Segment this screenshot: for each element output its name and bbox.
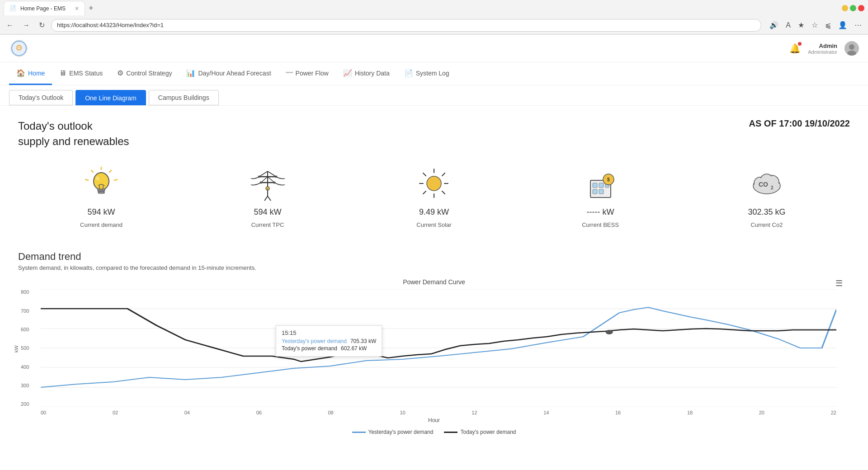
add-to-reading-button[interactable]: ★ — [795, 19, 807, 31]
nav-day-ahead-forecast[interactable]: 📊 Day/Hour Ahead Forecast — [179, 62, 278, 85]
x-label-20: 20 — [759, 410, 764, 415]
tooltip-yesterday-value: 705.33 kW — [350, 338, 376, 344]
sun-icon — [416, 167, 452, 203]
nav-history-label: History Data — [355, 70, 390, 77]
chart-menu-button[interactable]: ☰ — [835, 278, 843, 288]
legend-today-label: Today's power demand — [460, 429, 516, 435]
legend-yesterday-label: Yesterday's power demand — [368, 429, 434, 435]
x-label-04: 04 — [184, 410, 190, 415]
nav-history-data[interactable]: 📈 History Data — [336, 62, 397, 85]
nav-power-flow[interactable]: 〰 Power Flow — [278, 63, 336, 85]
x-axis: 00 02 04 06 08 10 12 14 16 18 20 22 — [41, 410, 836, 415]
nav-system-log[interactable]: 📄 System Log — [397, 62, 457, 85]
logo-icon: ⚙ — [10, 39, 28, 57]
x-label-02: 02 — [113, 410, 118, 415]
log-icon: 📄 — [404, 69, 413, 77]
forward-button[interactable]: → — [20, 19, 33, 31]
admin-avatar[interactable] — [844, 41, 859, 56]
tab-favicon: 📄 — [9, 5, 17, 12]
collections-button[interactable]: ⫹ — [822, 19, 834, 31]
tab-todays-outlook[interactable]: Today's Outlook — [9, 90, 73, 105]
x-label-00: 00 — [41, 410, 46, 415]
outlook-header: Today's outlook supply and renewables AS… — [18, 118, 850, 149]
outlook-title-line2: supply and renewables — [18, 134, 129, 149]
demand-label: Current demand — [80, 221, 123, 228]
svg-point-27 — [273, 182, 275, 184]
tab-campus-buildings[interactable]: Campus Buildings — [149, 90, 219, 105]
tooltip-time: 15:15 — [282, 329, 376, 336]
yesterday-line — [41, 307, 836, 387]
y-label-200: 200 — [21, 401, 29, 407]
energy-cards: 594 kW Current demand — [18, 162, 850, 233]
profile-button[interactable]: 👤 — [835, 19, 850, 31]
x-axis-title: Hour — [18, 417, 850, 423]
svg-point-4 — [849, 44, 854, 50]
chart-tooltip: 15:15 Yesterday's power demand 705.33 kW… — [276, 325, 382, 357]
admin-name: Admin — [819, 42, 837, 49]
back-button[interactable]: ← — [4, 19, 16, 31]
tooltip-today-label: Today's power demand — [282, 345, 337, 352]
more-menu-button[interactable]: ⋯ — [852, 19, 864, 31]
address-bar[interactable] — [51, 19, 761, 32]
tab-close-button[interactable]: ✕ — [75, 5, 79, 12]
svg-line-10 — [85, 179, 88, 180]
notification-bell[interactable]: 🔔 — [789, 43, 801, 54]
chart-legend: Yesterday's power demand Today's power d… — [18, 429, 850, 435]
read-aloud-button[interactable]: 🔊 — [767, 19, 781, 31]
tooltip-marker — [606, 330, 613, 334]
nav-system-log-label: System Log — [416, 70, 449, 77]
y-label-500: 500 — [21, 345, 29, 351]
tab-one-line-diagram[interactable]: One Line Diagram — [75, 90, 146, 105]
tab-title: Home Page - EMS — [20, 5, 66, 12]
bess-label: Current BESS — [582, 221, 619, 228]
chart-wrapper: 800 700 600 500 400 300 200 kW — [41, 289, 836, 408]
svg-line-8 — [114, 179, 117, 180]
svg-line-9 — [91, 170, 93, 172]
svg-rect-15 — [98, 191, 104, 193]
favorites-button[interactable]: ☆ — [809, 19, 821, 31]
nav-control-strategy[interactable]: ⚙ Control Strategy — [110, 62, 179, 85]
x-label-18: 18 — [687, 410, 693, 415]
y-label-800: 800 — [21, 289, 29, 295]
x-label-22: 22 — [831, 410, 836, 415]
svg-rect-14 — [98, 189, 105, 191]
tooltip-yesterday-label: Yesterday's power demand — [282, 338, 347, 344]
x-label-12: 12 — [472, 410, 477, 415]
svg-point-25 — [275, 176, 277, 178]
x-label-08: 08 — [328, 410, 334, 415]
home-icon: 🏠 — [16, 69, 25, 77]
refresh-button[interactable]: ↻ — [36, 19, 47, 31]
nav-ems-status-label: EMS Status — [69, 70, 103, 77]
minimize-button[interactable] — [842, 5, 848, 11]
y-label-300: 300 — [21, 383, 29, 388]
x-label-16: 16 — [615, 410, 621, 415]
svg-line-28 — [264, 196, 268, 201]
legend-yesterday: Yesterday's power demand — [352, 429, 434, 435]
power-lines-icon: $ — [250, 167, 286, 203]
svg-text:$: $ — [607, 177, 610, 182]
nav-power-flow-label: Power Flow — [296, 70, 329, 77]
co2-label: Current Co2 — [751, 221, 783, 228]
translate-button[interactable]: A — [783, 19, 793, 31]
browser-toolbar: ← → ↻ 🔊 A ★ ☆ ⫹ 👤 ⋯ — [0, 16, 868, 34]
admin-info: Admin Administrator — [808, 42, 837, 55]
header-right: 🔔 Admin Administrator — [789, 41, 859, 56]
notification-dot — [798, 42, 802, 46]
svg-line-20 — [259, 171, 268, 177]
app-nav: 🏠 Home 🖥 EMS Status ⚙ Control Strategy 📊… — [0, 62, 868, 85]
browser-tab[interactable]: 📄 Home Page - EMS ✕ — [4, 1, 85, 15]
svg-line-22 — [261, 177, 268, 183]
bess-icon: $ — [582, 167, 618, 203]
flow-icon: 〰 — [286, 69, 293, 77]
nav-ems-status[interactable]: 🖥 EMS Status — [52, 63, 110, 85]
maximize-button[interactable] — [850, 5, 856, 11]
browser-chrome: 📄 Home Page - EMS ✕ + ← → ↻ 🔊 A ★ ☆ ⫹ 👤 … — [0, 0, 868, 35]
y-label-400: 400 — [21, 364, 29, 370]
nav-home[interactable]: 🏠 Home — [9, 62, 52, 85]
svg-rect-42 — [593, 183, 597, 188]
app-header: ⚙ 🔔 Admin Administrator — [0, 35, 868, 62]
new-tab-button[interactable]: + — [85, 4, 97, 13]
admin-role: Administrator — [808, 49, 837, 55]
svg-text:2: 2 — [771, 185, 774, 190]
close-button[interactable] — [858, 5, 864, 11]
